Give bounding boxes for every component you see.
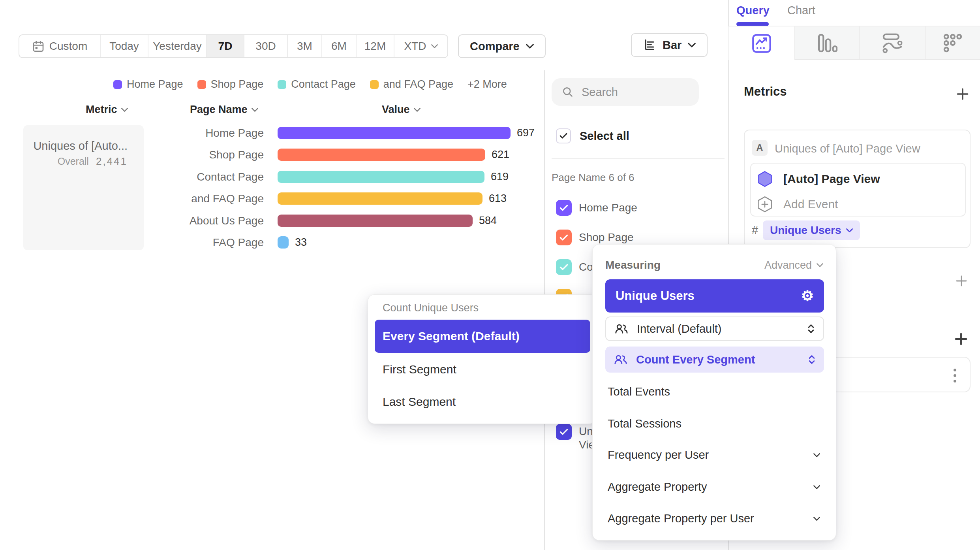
- chevron-down-icon: [813, 453, 820, 458]
- plus-icon: [956, 87, 969, 101]
- bar-value-label: 33: [295, 236, 307, 249]
- bar-category-label: and FAQ Page: [122, 192, 264, 205]
- tab-flows[interactable]: [859, 26, 925, 60]
- tab-query[interactable]: Query: [736, 4, 770, 17]
- list-divider: [552, 158, 725, 159]
- search-input[interactable]: [582, 86, 684, 99]
- metric-row-title: Uniques of [Auto] Page View: [775, 142, 920, 155]
- select-all-label: Select all: [580, 130, 629, 143]
- chevron-down-icon: [121, 107, 128, 112]
- tab-chart[interactable]: Chart: [787, 4, 815, 17]
- date-range-3m[interactable]: 3M: [288, 35, 322, 57]
- tab-funnels[interactable]: [794, 26, 859, 60]
- metric-title: Uniques of [Auto...: [33, 139, 128, 153]
- menu-item-every-segment[interactable]: Every Segment (Default): [375, 320, 590, 353]
- menu-item-unique-users[interactable]: Unique Users ⚙: [605, 279, 824, 313]
- legend-label: Home Page: [127, 78, 183, 90]
- column-header-page-name[interactable]: Page Name: [190, 104, 258, 116]
- menu-item-frequency-per-user[interactable]: Frequency per User: [608, 448, 820, 461]
- tab-retention[interactable]: [925, 26, 980, 60]
- menu-item-total-events[interactable]: Total Events: [608, 385, 820, 398]
- bar[interactable]: [278, 127, 511, 139]
- date-range-6m[interactable]: 6M: [322, 35, 357, 57]
- number-type-label: #: [752, 224, 758, 237]
- checkbox-checked[interactable]: [556, 200, 572, 216]
- legend-item[interactable]: and FAQ Page: [370, 78, 453, 90]
- select-all-checkbox[interactable]: [556, 128, 571, 143]
- filter-item[interactable]: UniVie: [556, 424, 595, 452]
- filter-item-label: Home Page: [579, 200, 637, 216]
- legend-item[interactable]: Shop Page: [197, 78, 264, 90]
- add-metric-button[interactable]: [955, 86, 971, 102]
- checkbox-checked[interactable]: [556, 424, 572, 440]
- menu-item-aggregate-property[interactable]: Aggregate Property: [608, 480, 820, 493]
- bar[interactable]: [278, 236, 289, 249]
- bar[interactable]: [278, 171, 484, 183]
- chevron-down-icon: [526, 43, 534, 49]
- bar[interactable]: [278, 149, 485, 161]
- measuring-title: Measuring: [605, 259, 661, 271]
- menu-item-last-segment[interactable]: Last Segment: [383, 395, 456, 409]
- compare-label: Compare: [470, 40, 520, 53]
- chevron-down-icon: [817, 263, 823, 267]
- bar-category-label: Home Page: [122, 127, 264, 139]
- legend-swatch: [278, 80, 286, 89]
- bar-value-label: 613: [489, 192, 507, 205]
- menu-item-first-segment[interactable]: First Segment: [383, 363, 456, 376]
- users-icon: [614, 354, 627, 365]
- column-header-value[interactable]: Value: [382, 104, 421, 116]
- add-breakdown-button[interactable]: [953, 331, 969, 347]
- chevron-down-icon: [846, 228, 853, 233]
- chevron-down-icon: [414, 107, 421, 112]
- chevron-down-icon: [813, 516, 820, 521]
- filter-item[interactable]: Shop Page: [556, 230, 634, 245]
- search-input-wrapper[interactable]: [552, 78, 699, 106]
- filter-item[interactable]: Home Page: [556, 200, 637, 216]
- add-filter-button[interactable]: [954, 273, 969, 288]
- chevron-down-icon: [688, 42, 696, 48]
- measure-pill[interactable]: Unique Users: [763, 220, 860, 240]
- users-icon: [615, 324, 628, 334]
- date-range-xtd[interactable]: XTD: [394, 35, 447, 57]
- metric-definition-card[interactable]: A Uniques of [Auto] Page View [Auto] Pag…: [744, 130, 971, 248]
- bar[interactable]: [278, 192, 482, 205]
- chart-type-dropdown[interactable]: Bar: [631, 33, 708, 57]
- date-range-7d[interactable]: 7D: [207, 35, 244, 57]
- metric-letter-badge: A: [752, 140, 768, 156]
- bar[interactable]: [278, 215, 473, 227]
- date-range-custom[interactable]: Custom: [19, 35, 101, 57]
- measuring-popover: Measuring Advanced Unique Users ⚙ Interv…: [592, 244, 836, 541]
- interval-selector[interactable]: Interval (Default): [605, 316, 824, 341]
- checkbox-checked[interactable]: [556, 259, 572, 275]
- legend-item[interactable]: Home Page: [113, 78, 183, 90]
- kebab-menu-icon[interactable]: [947, 358, 963, 393]
- date-range-yesterday[interactable]: Yesterday: [148, 35, 207, 57]
- metric-summary-card[interactable]: Uniques of [Auto... Overall 2,441: [23, 125, 144, 250]
- menu-item-total-sessions[interactable]: Total Sessions: [608, 417, 820, 430]
- bar-value-label: 621: [492, 149, 509, 161]
- legend-item[interactable]: Contact Page: [278, 78, 356, 90]
- column-header-metric[interactable]: Metric: [86, 104, 128, 116]
- checkbox-checked[interactable]: [556, 230, 572, 245]
- legend-swatch: [197, 80, 206, 89]
- plus-icon: [955, 275, 968, 287]
- bar-category-label: Shop Page: [122, 149, 264, 161]
- legend-more[interactable]: +2 More: [467, 78, 507, 90]
- gear-icon[interactable]: ⚙: [801, 289, 814, 303]
- event-row[interactable]: [Auto] Page View: [757, 171, 880, 187]
- advanced-toggle[interactable]: Advanced: [764, 259, 823, 271]
- stepper-icon: [807, 324, 815, 334]
- date-range-today[interactable]: Today: [101, 35, 148, 57]
- check-icon: [559, 205, 568, 211]
- compare-button[interactable]: Compare: [458, 34, 546, 58]
- add-event-row[interactable]: Add Event: [757, 196, 838, 213]
- tab-insights[interactable]: [728, 26, 794, 60]
- date-range-12m[interactable]: 12M: [357, 35, 394, 57]
- date-range-30d[interactable]: 30D: [244, 35, 288, 57]
- stepper-icon: [808, 354, 815, 365]
- count-every-segment-selector[interactable]: Count Every Segment: [605, 347, 824, 373]
- menu-item-aggregate-property-per-user[interactable]: Aggregate Property per User: [608, 512, 820, 525]
- check-icon: [559, 264, 568, 271]
- legend-label: and FAQ Page: [383, 78, 453, 90]
- popover-title: Count Unique Users: [383, 302, 479, 314]
